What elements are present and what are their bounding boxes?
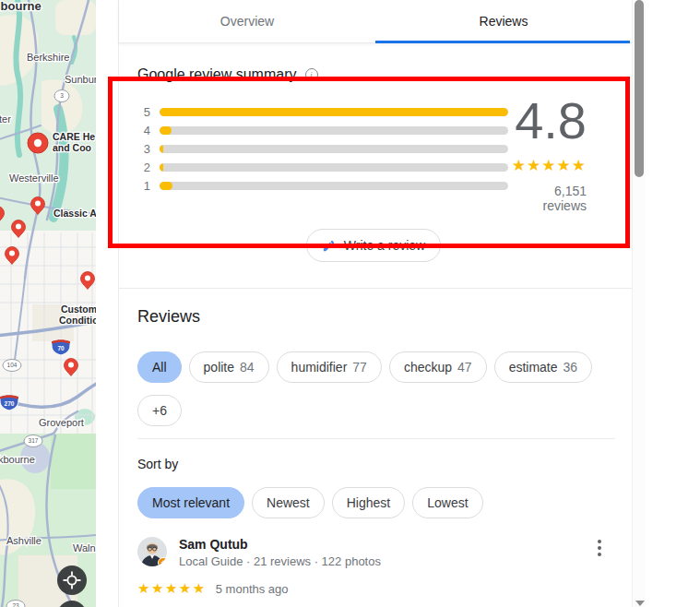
rating-bar-track [160,108,508,116]
route-shield-104: 104 [3,360,21,372]
map-label: Westerville [9,173,59,184]
svg-text:270: 270 [5,400,15,407]
chip-label: estimate [509,360,558,375]
map-label: Conditioni [59,315,96,326]
rating-bar-row[interactable]: 1 [137,176,508,195]
info-icon[interactable]: i [305,68,318,81]
review-stars: ★★★★★ [137,580,207,597]
map-label: Berkshire [27,52,69,63]
chip-label: Highest [347,495,390,510]
map-label: Sunbur [65,74,96,85]
rating-bar-row[interactable]: 2 [137,158,508,176]
rating-bar-label: 1 [137,179,150,193]
review-count[interactable]: 6,151 reviews [508,184,587,213]
review-summary-section: Google review summary i 54321 4.8 ★★★★★ … [119,43,632,288]
scrollbar-track[interactable] [632,0,646,607]
tab-overview[interactable]: Overview [119,0,375,42]
route-shield-3: 3 [54,90,69,102]
map-pin[interactable] [28,133,48,153]
rating-bar-track [160,182,508,190]
filter-chip-polite[interactable]: polite84 [189,351,269,383]
sort-chip-newest[interactable]: Newest [252,487,325,518]
map-panel[interactable]: 37010427031723lbourneBerkshireSunburterC… [0,0,96,607]
review-date: 5 months ago [216,582,289,596]
tab-bar: Overview Reviews [119,0,632,43]
rating-bar-row[interactable]: 4 [137,121,508,139]
summary-title: Google review summary [137,66,297,83]
rating-bar-fill [160,163,163,172]
location-crosshair-icon [63,571,81,589]
reviewer-meta: Local Guide · 21 reviews · 122 photos [179,554,591,568]
rating-bar-track [160,145,508,153]
filter-chip-all[interactable]: All [137,351,182,383]
chip-label: checkup [404,360,452,375]
chip-label: All [152,360,167,375]
svg-text:70: 70 [57,345,65,351]
rating-bar-row[interactable]: 5 [137,102,508,121]
reviews-list-section: Reviews Allpolite84humidifier77checkup47… [119,289,632,597]
map-label: CARE He [53,131,95,142]
sort-chip-lowest[interactable]: Lowest [412,487,482,518]
rating-bar-row[interactable]: 3 [137,139,508,158]
sort-chip-highest[interactable]: Highest [332,487,405,518]
svg-text:317: 317 [29,437,39,444]
rating-bar-track [160,126,508,135]
filter-chip-humidifier[interactable]: humidifier77 [277,351,382,383]
rating-block: 4.8 ★★★★★ 6,151 reviews [508,102,610,213]
map-label: Ashville [6,535,42,546]
rating-value: 4.8 [508,97,587,145]
chip-count: 77 [352,360,367,375]
map-label: lbourne [0,0,42,13]
sort-chip-most-relevant[interactable]: Most relevant [137,487,244,518]
map-label: Classic A [53,208,96,219]
my-location-button[interactable] [57,565,87,595]
scrollbar-thumb[interactable] [635,0,644,177]
local-guide-badge-icon: ★ [158,557,167,566]
map-canvas[interactable]: 37010427031723lbourneBerkshireSunburterC… [0,0,96,607]
chip-label: Newest [267,495,310,510]
svg-text:104: 104 [7,362,18,368]
chip-label: humidifier [291,360,348,375]
filter-chip-estimate[interactable]: estimate36 [494,351,593,383]
filter-chip-row: Allpolite84humidifier77checkup47estimate… [137,351,615,426]
scrollbar-down-arrow-icon[interactable] [635,601,645,606]
chip-label: Lowest [427,495,468,510]
rating-bar-fill [160,126,172,135]
avatar[interactable]: ★ [137,537,167,566]
route-shield-317: 317 [24,435,42,447]
rating-bar-label: 2 [137,161,150,174]
rating-bar-track [160,163,508,172]
map-label: and Coo [53,142,91,153]
sort-divider [137,438,615,439]
filter-chip-checkup[interactable]: checkup47 [389,351,487,383]
chip-count: 84 [240,360,255,375]
write-review-button[interactable]: Write a review [306,229,441,262]
svg-text:23: 23 [12,602,19,607]
chip-label: polite [204,360,234,375]
chip-count: 36 [564,360,578,375]
pencil-icon [322,239,336,253]
sort-by-label: Sort by [137,457,615,471]
map-label: Groveport [39,417,84,428]
rating-stars: ★★★★★ [508,156,587,175]
map-label: ter [0,113,11,125]
chip-label: Most relevant [152,495,230,510]
reviews-heading: Reviews [137,307,615,327]
reviewer-name[interactable]: Sam Qutub [179,537,591,552]
chip-label: +6 [152,403,167,418]
rating-bar-label: 4 [137,124,150,137]
rating-bar-fill [160,145,163,153]
tab-reviews[interactable]: Reviews [375,0,632,42]
screen: 37010427031723lbourneBerkshireSunburterC… [0,0,700,607]
filter-chip--6[interactable]: +6 [137,395,182,426]
rating-bar-fill [160,108,508,116]
svg-text:3: 3 [60,92,64,99]
rating-histogram: 54321 [137,102,508,213]
reviews-panel: Overview Reviews Google review summary i… [118,0,632,607]
review-menu-button[interactable] [591,537,608,556]
map-label: Waln [73,542,96,553]
rating-bar-fill [160,182,172,190]
chip-count: 47 [457,360,472,375]
rating-bar-label: 5 [137,105,150,119]
map-label: kbourne [0,454,35,465]
